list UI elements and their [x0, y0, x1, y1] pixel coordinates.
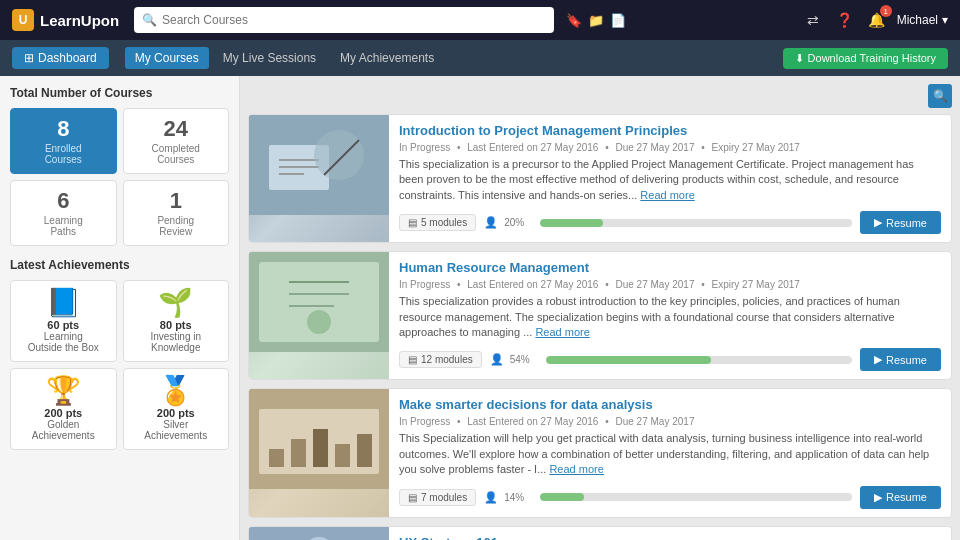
- play-icon-0: ▶: [874, 216, 882, 229]
- achievements-title: Latest Achievements: [10, 258, 229, 272]
- notification-badge: 1: [880, 5, 892, 17]
- progress-label-0: 20%: [504, 217, 534, 228]
- achievement-pts-3: 200 pts: [132, 407, 221, 419]
- svg-rect-17: [313, 429, 328, 467]
- stat-pending: 1 PendingReview: [123, 180, 230, 246]
- modules-count-1: 12 modules: [421, 354, 473, 365]
- bookmark-icon[interactable]: 🔖: [566, 13, 582, 28]
- doc-icon[interactable]: 📄: [610, 13, 626, 28]
- course-desc-2: This Specialization will help you get pr…: [399, 431, 941, 477]
- tab-achievements[interactable]: My Achievements: [330, 47, 444, 69]
- folder-icon[interactable]: 📁: [588, 13, 604, 28]
- play-icon-1: ▶: [874, 353, 882, 366]
- read-more-2[interactable]: Read more: [549, 463, 603, 475]
- modules-count-2: 7 modules: [421, 492, 467, 503]
- course-meta-2: In Progress • Last Entered on 27 May 201…: [399, 416, 941, 427]
- modules-badge-1: ▤ 12 modules: [399, 351, 482, 368]
- achievement-3: 🏅 200 pts SilverAchievements: [123, 368, 230, 450]
- course-meta-0: In Progress • Last Entered on 27 May 201…: [399, 142, 941, 153]
- achievement-pts-2: 200 pts: [19, 407, 108, 419]
- sub-header: ⊞ Dashboard My Courses My Live Sessions …: [0, 40, 960, 76]
- download-training-button[interactable]: ⬇ Download Training History: [783, 48, 948, 69]
- stat-enrolled: 8 EnrolledCourses: [10, 108, 117, 174]
- modules-count-0: 5 modules: [421, 217, 467, 228]
- svg-rect-19: [357, 434, 372, 467]
- download-label: Download Training History: [808, 52, 936, 64]
- content-search-button[interactable]: 🔍: [928, 84, 952, 108]
- progress-bar-fill-0: [540, 219, 602, 227]
- course-footer-1: ▤ 12 modules 👤 54% ▶ Resume: [399, 348, 941, 371]
- nav-tabs: My Courses My Live Sessions My Achieveme…: [125, 47, 444, 69]
- course-meta-1: In Progress • Last Entered on 27 May 201…: [399, 279, 941, 290]
- course-body-3: UX Strategy 101 In Progress • Last Enter…: [389, 527, 951, 540]
- achievements-grid: 📘 60 pts LearningOutside the Box 🌱 80 pt…: [10, 280, 229, 450]
- course-title-0[interactable]: Introduction to Project Management Princ…: [399, 123, 941, 138]
- search-bar-container: 🔍: [134, 7, 554, 33]
- svg-point-12: [307, 310, 331, 334]
- svg-rect-15: [269, 449, 284, 467]
- achievement-icon-3: 🏅: [132, 377, 221, 405]
- header-icons: ⇄ ❓ 🔔 1 Michael ▾: [801, 8, 948, 32]
- play-icon-2: ▶: [874, 491, 882, 504]
- search-input[interactable]: [134, 7, 554, 33]
- logo: U LearnUpon: [12, 9, 122, 31]
- completed-number: 24: [132, 117, 221, 141]
- course-thumb-2: [249, 389, 389, 516]
- course-title-3[interactable]: UX Strategy 101: [399, 535, 941, 540]
- resume-label-0: Resume: [886, 217, 927, 229]
- progress-bar-bg-2: [540, 493, 852, 501]
- achievement-2: 🏆 200 pts GoldenAchievements: [10, 368, 117, 450]
- logo-icon: U: [12, 9, 34, 31]
- resume-button-1[interactable]: ▶ Resume: [860, 348, 941, 371]
- due-1: Due 27 May 2017: [616, 279, 695, 290]
- achievement-icon-2: 🏆: [19, 377, 108, 405]
- dashboard-icon: ⊞: [24, 51, 34, 65]
- read-more-1[interactable]: Read more: [535, 326, 589, 338]
- progress-icon-1: 👤: [490, 353, 504, 366]
- status-badge-2: In Progress: [399, 416, 450, 427]
- header: U LearnUpon 🔍 🔖 📁 📄 ⇄ ❓ 🔔 1 Michael ▾: [0, 0, 960, 40]
- total-courses-title: Total Number of Courses: [10, 86, 229, 100]
- modules-badge-2: ▤ 7 modules: [399, 489, 476, 506]
- notification-icon[interactable]: 🔔 1: [865, 8, 889, 32]
- user-name: Michael: [897, 13, 938, 27]
- due-2: Due 27 May 2017: [616, 416, 695, 427]
- progress-container-0: 👤 20%: [484, 216, 852, 229]
- user-menu[interactable]: Michael ▾: [897, 13, 948, 27]
- course-title-1[interactable]: Human Resource Management: [399, 260, 941, 275]
- modules-icon-1: ▤: [408, 354, 417, 365]
- achievements-section: Latest Achievements 📘 60 pts LearningOut…: [10, 258, 229, 450]
- svg-rect-18: [335, 444, 350, 467]
- svg-point-5: [314, 130, 364, 180]
- enrolled-number: 8: [19, 117, 108, 141]
- course-footer-2: ▤ 7 modules 👤 14% ▶ Resume: [399, 486, 941, 509]
- course-title-2[interactable]: Make smarter decisions for data analysis: [399, 397, 941, 412]
- sidebar: Total Number of Courses 8 EnrolledCourse…: [0, 76, 240, 540]
- course-body-0: Introduction to Project Management Princ…: [389, 115, 951, 242]
- resume-button-0[interactable]: ▶ Resume: [860, 211, 941, 234]
- shuffle-icon[interactable]: ⇄: [801, 8, 825, 32]
- chevron-down-icon: ▾: [942, 13, 948, 27]
- enrolled-label: EnrolledCourses: [19, 143, 108, 165]
- course-thumb-3: [249, 527, 389, 540]
- svg-rect-16: [291, 439, 306, 467]
- tab-my-courses[interactable]: My Courses: [125, 47, 209, 69]
- stats-grid: 8 EnrolledCourses 24 CompletedCourses 6 …: [10, 108, 229, 246]
- expiry-0: Expiry 27 May 2017: [712, 142, 800, 153]
- resume-button-2[interactable]: ▶ Resume: [860, 486, 941, 509]
- course-desc-1: This specialization provides a robust in…: [399, 294, 941, 340]
- dashboard-button[interactable]: ⊞ Dashboard: [12, 47, 109, 69]
- last-entered-0: Last Entered on 27 May 2016: [467, 142, 598, 153]
- help-icon[interactable]: ❓: [833, 8, 857, 32]
- main-layout: Total Number of Courses 8 EnrolledCourse…: [0, 76, 960, 540]
- achievement-pts-1: 80 pts: [132, 319, 221, 331]
- tab-live-sessions[interactable]: My Live Sessions: [213, 47, 326, 69]
- course-card-1: Human Resource Management In Progress • …: [248, 251, 952, 380]
- course-body-1: Human Resource Management In Progress • …: [389, 252, 951, 379]
- last-entered-2: Last Entered on 27 May 2016: [467, 416, 598, 427]
- modules-icon-2: ▤: [408, 492, 417, 503]
- achievement-icon-1: 🌱: [132, 289, 221, 317]
- read-more-0[interactable]: Read more: [640, 189, 694, 201]
- download-icon: ⬇: [795, 52, 804, 65]
- stat-completed: 24 CompletedCourses: [123, 108, 230, 174]
